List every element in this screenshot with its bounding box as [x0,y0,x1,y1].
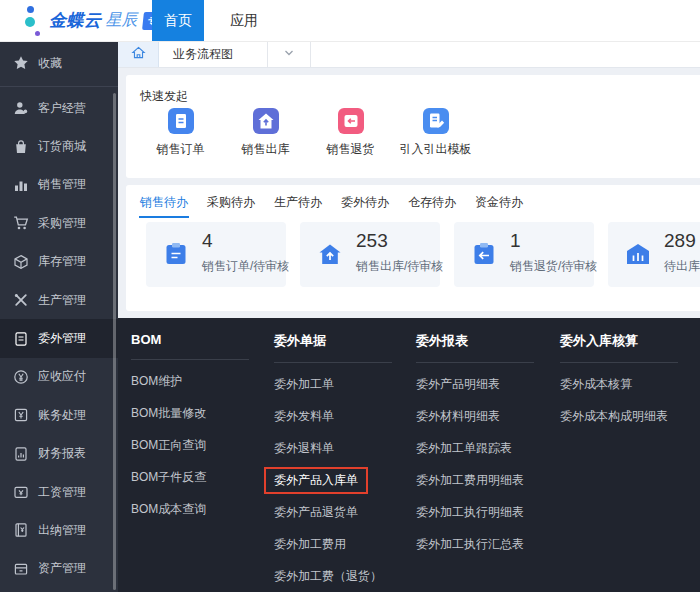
sidebar-item[interactable]: 库存管理 [0,243,118,281]
megamenu-item[interactable]: BOM子件反查 [131,461,267,493]
brand-product: 星辰 [106,10,138,31]
todo-tab[interactable]: 销售待办 [139,185,189,218]
report-icon [13,446,29,462]
workspace-tab-business-flow[interactable]: 业务流程图 [159,41,268,67]
sidebar-item-label: 账务处理 [38,407,86,424]
todo-tab[interactable]: 委外待办 [340,185,390,218]
megamenu-item[interactable]: BOM正向查询 [131,429,267,461]
stat-value: 289 [664,230,696,252]
menu-item-label: 委外加工费用 [274,536,346,553]
megamenu-item[interactable]: 委外材料明细表 [416,400,552,432]
doc-lines-icon [168,108,194,134]
sidebar-item[interactable]: 收藏 [0,41,118,85]
sidebar-item[interactable]: 销售管理 [0,166,118,204]
todo-tab[interactable]: 资金待办 [474,185,524,218]
megamenu-item[interactable]: BOM批量修改 [131,397,267,429]
quick-launch-item[interactable]: 引入引出模板 [393,108,478,158]
sidebar-item[interactable]: 客户经营 [0,89,118,127]
megamenu-divider [560,362,678,363]
sidebar-item-label: 订货商城 [38,138,86,155]
cube-icon [13,254,29,270]
sidebar-item-label: 委外管理 [38,330,86,347]
menu-item-label: BOM正向查询 [131,437,206,454]
todo-tab[interactable]: 采购待办 [206,185,256,218]
star-icon [13,55,29,71]
quick-launch-item[interactable]: 销售出库 [223,108,308,158]
sidebar-item[interactable]: 财务报表 [0,435,118,473]
megamenu-item[interactable]: 委外产品入库单 [274,464,410,496]
quick-launch-label: 引入引出模板 [400,141,472,158]
megamenu-item[interactable]: 委外退料单 [274,432,410,464]
doc-edit-icon [423,108,449,134]
sidebar-item-label: 出纳管理 [38,522,86,539]
house-up-icon [253,108,279,134]
todo-tab[interactable]: 生产待办 [273,185,323,218]
sidebar-item[interactable]: 资产管理 [0,550,118,588]
cart-icon [13,215,29,231]
top-tab[interactable]: 应用 [218,0,270,41]
megamenu-item[interactable]: 委外加工单 [274,368,410,400]
warehouse-bars-icon [624,240,652,268]
megamenu-item[interactable]: 委外加工执行汇总表 [416,528,552,560]
megamenu-item[interactable]: 委外发料单 [274,400,410,432]
megamenu-item[interactable]: 委外加工费（退货） [274,560,410,592]
sidebar-item-label: 收藏 [38,55,62,72]
todo-stat-card[interactable]: 253 销售出库/待审核 [300,222,440,287]
app-header: 金蝶云 星辰 专业版 首页应用 [0,0,700,42]
megamenu-item[interactable]: 委外产品退货单 [274,496,410,528]
home-tab-button[interactable] [118,41,159,67]
megamenu-item[interactable]: BOM维护 [131,365,267,397]
megamenu-divider [274,362,392,363]
top-tab[interactable]: 首页 [152,0,204,41]
megamenu-item-list: 委外加工单委外发料单委外退料单委外产品入库单委外产品退货单委外加工费用委外加工费… [274,368,410,592]
doc-list-icon [13,331,29,347]
quick-launch-panel: 快速发起 销售订单销售出库销售退货引入引出模板 [126,75,700,178]
todo-stat-card[interactable]: 1 销售退货/待审核 [454,222,594,287]
outsourcing-megamenu: BOM BOM维护BOM批量修改BOM正向查询BOM子件反查BOM成本查询委外单… [118,318,700,592]
sidebar-item[interactable]: 应收应付 [0,358,118,396]
megamenu-divider [131,359,249,360]
sidebar-item[interactable]: 委外管理 [0,319,118,357]
stat-value: 1 [510,230,521,252]
bag-icon [13,139,29,155]
megamenu-item[interactable]: 委外加工执行明细表 [416,496,552,528]
todo-tab[interactable]: 仓存待办 [407,185,457,218]
brand-name: 金蝶云 [49,9,102,32]
quick-launch-item[interactable]: 销售退货 [308,108,393,158]
megamenu-item[interactable]: 委外加工费用明细表 [416,464,552,496]
stat-label: 销售退货/待审核 [510,258,597,275]
megamenu-divider [416,362,534,363]
todo-stat-card[interactable]: 289 待出库 [608,222,700,287]
chevron-down-icon [283,45,295,63]
sidebar-item-label: 财务报表 [38,445,86,462]
sidebar-scrollbar[interactable] [113,93,116,590]
megamenu-item[interactable]: BOM成本查询 [131,493,267,525]
clipboard-lines-icon [162,240,190,268]
sidebar-item-label: 采购管理 [38,215,86,232]
menu-item-label: 委外产品退货单 [274,504,358,521]
megamenu-column: BOM BOM维护BOM批量修改BOM正向查询BOM子件反查BOM成本查询 [131,332,267,525]
todo-stat-card[interactable]: 4 销售订单/待审核 [146,222,286,287]
menu-item-label: 委外加工单跟踪表 [416,440,512,457]
megamenu-item[interactable]: 委外加工单跟踪表 [416,432,552,464]
megamenu-item[interactable]: 委外成本核算 [560,368,696,400]
sidebar-item[interactable]: 采购管理 [0,204,118,242]
stat-label: 待出库 [664,258,700,275]
sidebar-item[interactable]: 工资管理 [0,473,118,511]
sidebar-item[interactable]: 账务处理 [0,396,118,434]
menu-item-label: BOM子件反查 [131,469,206,486]
quick-launch-item[interactable]: 销售订单 [138,108,223,158]
kingdee-dots-icon [24,3,42,39]
sidebar-item[interactable]: 订货商城 [0,127,118,165]
sidebar-item[interactable]: 生产管理 [0,281,118,319]
menu-item-label: 委外材料明细表 [416,408,500,425]
sidebar-item[interactable]: 出纳管理 [0,511,118,549]
megamenu-item[interactable]: 委外产品明细表 [416,368,552,400]
workspace-tab-label: 业务流程图 [173,46,233,63]
book-yen-icon [13,522,29,538]
tab-dropdown-button[interactable] [268,41,311,67]
stat-label: 销售订单/待审核 [202,258,289,275]
sidebar-item-label: 资产管理 [38,560,86,577]
megamenu-item[interactable]: 委外加工费用 [274,528,410,560]
megamenu-item[interactable]: 委外成本构成明细表 [560,400,696,432]
